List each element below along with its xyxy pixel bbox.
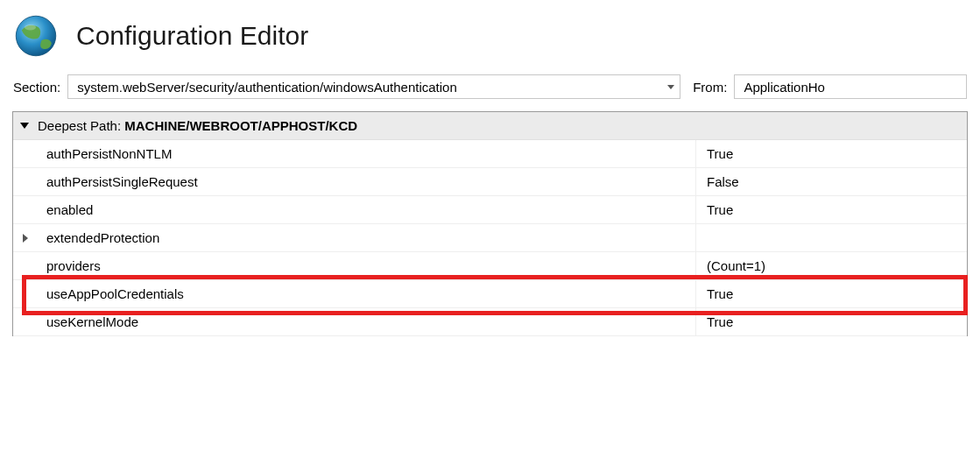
- property-name: useKernelMode: [38, 308, 696, 336]
- property-value[interactable]: True: [696, 196, 967, 224]
- property-name: extendedProtection: [38, 224, 696, 252]
- expander-cell[interactable]: [13, 224, 38, 252]
- section-value: system.webServer/security/authentication…: [77, 80, 457, 95]
- from-value: ApplicationHo: [744, 80, 825, 95]
- page-title: Configuration Editor: [76, 21, 308, 51]
- property-value[interactable]: True: [696, 140, 967, 168]
- property-name: authPersistSingleRequest: [38, 168, 696, 196]
- property-name: authPersistNonNTLM: [38, 140, 696, 168]
- property-name: providers: [38, 252, 696, 280]
- property-name: enabled: [38, 196, 696, 224]
- header: Configuration Editor: [0, 0, 980, 67]
- grid-row[interactable]: authPersistSingleRequest False: [13, 168, 967, 196]
- globe-icon: [13, 13, 59, 59]
- chevron-right-icon: [23, 234, 28, 243]
- grid-row[interactable]: useAppPoolCredentials True: [13, 280, 967, 308]
- grid-row[interactable]: providers (Count=1): [13, 252, 967, 280]
- grid-header-text: Deepest Path: MACHINE/WEBROOT/APPHOST/KC…: [38, 118, 357, 133]
- expander-cell: [13, 252, 38, 280]
- section-dropdown[interactable]: system.webServer/security/authentication…: [67, 74, 680, 99]
- svg-point-1: [25, 25, 36, 31]
- property-name: useAppPoolCredentials: [38, 280, 696, 308]
- section-label: Section:: [13, 80, 60, 95]
- expander-cell: [13, 168, 38, 196]
- from-label: From:: [693, 80, 727, 95]
- property-grid: Deepest Path: MACHINE/WEBROOT/APPHOST/KC…: [12, 111, 968, 336]
- expander-cell: [13, 280, 38, 308]
- chevron-down-icon: [667, 85, 674, 89]
- expander-cell: [13, 308, 38, 336]
- grid-row[interactable]: authPersistNonNTLM True: [13, 140, 967, 168]
- property-value[interactable]: True: [696, 280, 967, 308]
- property-value[interactable]: [696, 224, 967, 252]
- property-value[interactable]: False: [696, 168, 967, 196]
- grid-row[interactable]: extendedProtection: [13, 224, 967, 252]
- section-bar: Section: system.webServer/security/authe…: [0, 67, 980, 111]
- grid-row[interactable]: enabled True: [13, 196, 967, 224]
- grid-row[interactable]: useKernelMode True: [13, 308, 967, 336]
- expander-cell: [13, 196, 38, 224]
- from-dropdown[interactable]: ApplicationHo: [734, 74, 967, 99]
- grid-group-header[interactable]: Deepest Path: MACHINE/WEBROOT/APPHOST/KC…: [13, 112, 967, 140]
- expander-cell: [13, 140, 38, 168]
- collapse-icon: [20, 123, 29, 129]
- property-value[interactable]: True: [696, 308, 967, 336]
- property-value[interactable]: (Count=1): [696, 252, 967, 280]
